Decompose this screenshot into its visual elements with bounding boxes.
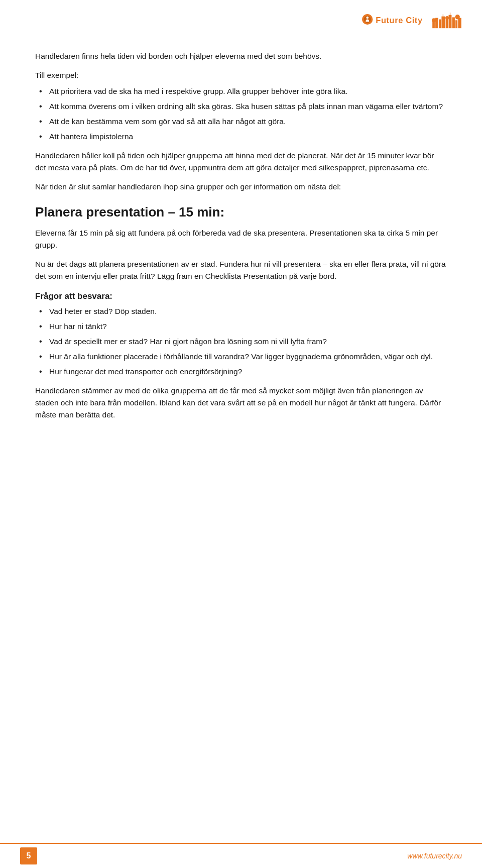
list-item: Hur har ni tänkt?	[35, 320, 447, 333]
svg-rect-5	[435, 18, 438, 29]
svg-rect-12	[458, 18, 461, 29]
list-item: Hur är alla funktioner placerade i förhå…	[35, 351, 447, 363]
list-item: Att prioritera vad de ska ha med i respe…	[35, 85, 447, 97]
paragraph-6: Handledaren stämmer av med de olika grup…	[35, 385, 447, 421]
future-city-logo: Future City	[362, 5, 462, 35]
list-item: Hur fungerar det med transporter och ene…	[35, 366, 447, 378]
svg-rect-11	[455, 20, 457, 28]
page-wrapper: Future City	[0, 0, 482, 868]
intro-paragraph: Handledaren finns hela tiden vid borden …	[35, 50, 447, 62]
svg-rect-16	[450, 13, 450, 16]
paragraph-2: Handledaren håller koll på tiden och hjä…	[35, 150, 447, 174]
svg-rect-10	[452, 17, 455, 28]
list-item: Vad heter er stad? Döp staden.	[35, 305, 447, 317]
svg-text:Future City: Future City	[376, 16, 423, 25]
bullet-list-1: Att prioritera vad de ska ha med i respe…	[35, 85, 447, 143]
svg-point-15	[455, 15, 459, 19]
svg-rect-7	[441, 17, 445, 29]
till-exempel-label: Till exempel:	[35, 69, 447, 81]
footer-url: www.futurecity.nu	[407, 852, 462, 860]
page-number: 5	[20, 847, 37, 864]
svg-point-2	[366, 17, 369, 19]
list-item: Att komma överens om i vilken ordning al…	[35, 100, 447, 113]
list-item: Att hantera limpistolerna	[35, 131, 447, 143]
svg-point-14	[445, 16, 449, 20]
svg-point-13	[432, 18, 436, 22]
list-item: Vad är speciellt mer er stad? Har ni gjo…	[35, 336, 447, 348]
paragraph-3: När tiden är slut samlar handledaren iho…	[35, 181, 447, 193]
main-content: Handledaren finns hela tiden vid borden …	[0, 40, 482, 468]
svg-rect-17	[443, 15, 443, 17]
paragraph-5: Nu är det dags att planera presentatione…	[35, 258, 447, 282]
section-heading: Planera presentation – 15 min:	[35, 204, 447, 221]
logo-container: Future City	[362, 5, 462, 35]
svg-rect-6	[439, 20, 441, 29]
header: Future City	[0, 0, 482, 40]
sub-heading: Frågor att besvara:	[35, 291, 447, 301]
svg-rect-9	[449, 15, 452, 28]
footer: 5 www.futurecity.nu	[0, 843, 482, 868]
paragraph-4: Eleverna får 15 min på sig att fundera p…	[35, 227, 447, 251]
bullet-list-2: Vad heter er stad? Döp staden. Hur har n…	[35, 305, 447, 378]
svg-rect-8	[446, 19, 448, 28]
list-item: Att de kan bestämma vem som gör vad så a…	[35, 116, 447, 128]
